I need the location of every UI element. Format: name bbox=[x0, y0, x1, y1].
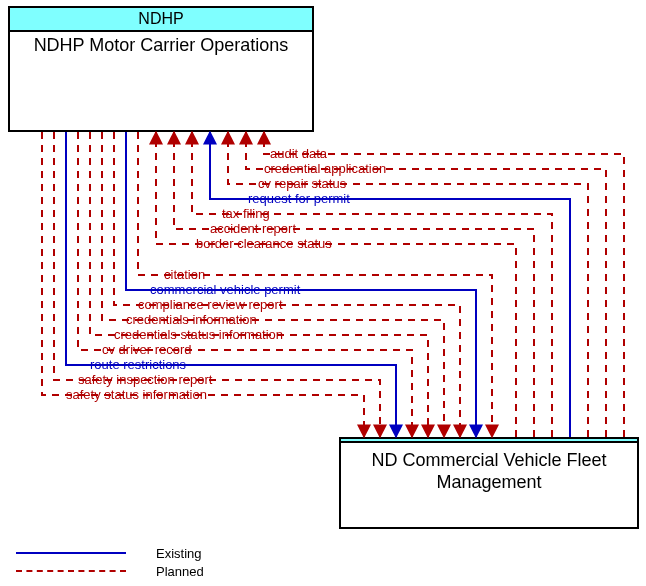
flow-label: compliance review report bbox=[138, 298, 283, 312]
node-nd-commercial-vehicle-fleet-management[interactable]: ND Commercial Vehicle Fleet Management bbox=[339, 437, 639, 529]
flow-label: tax filing bbox=[222, 207, 270, 221]
legend-existing: Existing bbox=[16, 544, 204, 562]
flow-label: citation bbox=[164, 268, 205, 282]
legend-line-existing bbox=[16, 552, 126, 554]
flow-label: safety inspection report bbox=[78, 373, 212, 387]
flow-label: request for permit bbox=[248, 192, 350, 206]
node-title: ND Commercial Vehicle Fleet Management bbox=[341, 443, 637, 495]
flow-label: route restrictions bbox=[90, 358, 186, 372]
flow-label: audit data bbox=[270, 147, 327, 161]
flow-label: credentials information bbox=[126, 313, 257, 327]
node-header: NDHP bbox=[10, 8, 312, 32]
legend-line-planned bbox=[16, 570, 126, 572]
legend-label: Planned bbox=[156, 564, 204, 579]
node-ndhp-motor-carrier-operations[interactable]: NDHP NDHP Motor Carrier Operations bbox=[8, 6, 314, 132]
legend: Existing Planned bbox=[16, 544, 204, 580]
flow-label: cv repair status bbox=[258, 177, 346, 191]
node-title: NDHP Motor Carrier Operations bbox=[10, 32, 312, 58]
flow-label: safety status information bbox=[66, 388, 207, 402]
legend-label: Existing bbox=[156, 546, 202, 561]
flow-label: cv driver record bbox=[102, 343, 192, 357]
legend-planned: Planned bbox=[16, 562, 204, 580]
flow-label: accident report bbox=[210, 222, 296, 236]
flow-label: border clearance status bbox=[196, 237, 332, 251]
flow-label: credentials status information bbox=[114, 328, 283, 342]
flow-label: credential application bbox=[264, 162, 386, 176]
flow-label: commercial vehicle permit bbox=[150, 283, 300, 297]
